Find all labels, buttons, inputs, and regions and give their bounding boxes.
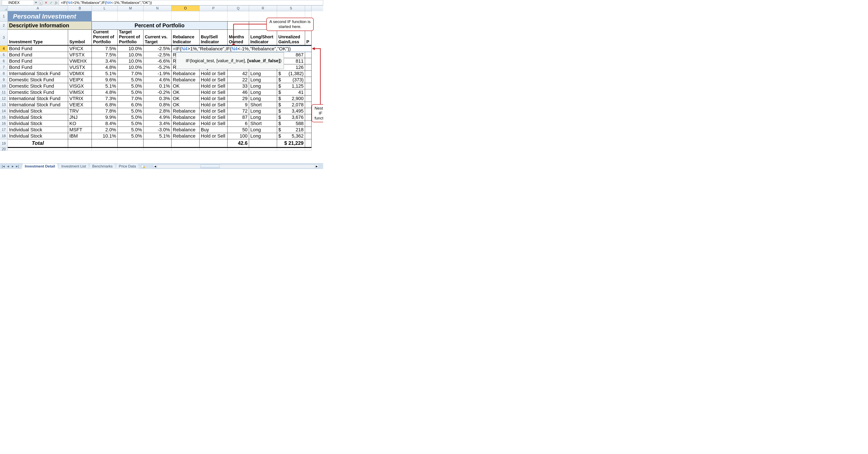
scroll-right-icon[interactable]: ▸: [315, 165, 319, 168]
sheet-tab[interactable]: Price Data: [116, 164, 139, 169]
cell-S20[interactable]: [277, 148, 305, 151]
cell-diff[interactable]: 5.1%: [144, 133, 172, 139]
cell-target-pct[interactable]: 5.0%: [118, 77, 144, 83]
row-header-12[interactable]: 12: [0, 96, 8, 102]
cell-current-pct[interactable]: 9.6%: [92, 77, 118, 83]
cell-unrealized[interactable]: $2,078: [277, 102, 305, 108]
cell-extra[interactable]: [305, 89, 312, 96]
cell-unrealized[interactable]: $2,900: [277, 96, 305, 102]
cell-current-pct[interactable]: 4.8%: [92, 89, 118, 96]
sheet-tab[interactable]: Benchmarks: [89, 164, 116, 169]
cell-months[interactable]: 33: [227, 83, 249, 89]
tab-nav-next-icon[interactable]: ▸: [10, 164, 15, 168]
row-header-3[interactable]: 3: [0, 30, 8, 46]
cell-diff[interactable]: 4.6%: [144, 77, 172, 83]
cell-rebalance[interactable]: OK: [172, 102, 199, 108]
cell-rebalance[interactable]: Rebalance: [172, 71, 199, 77]
cell-extra[interactable]: [305, 58, 312, 64]
row-header-10[interactable]: 10: [0, 83, 8, 89]
cell-Q2[interactable]: [227, 22, 249, 30]
cell-T20[interactable]: [305, 148, 312, 151]
col-header-L[interactable]: L: [92, 6, 118, 11]
cell-rebalance[interactable]: OK: [172, 89, 199, 96]
total-M[interactable]: [118, 139, 144, 148]
cell-diff[interactable]: -5.2%: [144, 64, 172, 71]
cell-diff[interactable]: 0.3%: [144, 96, 172, 102]
col-header-M[interactable]: M: [118, 6, 144, 11]
cell-months[interactable]: 9: [227, 102, 249, 108]
cell-symbol[interactable]: VWEHX: [68, 58, 92, 64]
cell-current-pct[interactable]: 10.1%: [92, 133, 118, 139]
cell-months[interactable]: 42: [227, 71, 249, 77]
cell-buy-sell[interactable]: Hold or Sell: [199, 102, 227, 108]
cell-diff[interactable]: -3.0%: [144, 127, 172, 133]
row-header-17[interactable]: 17: [0, 127, 8, 133]
cell-target-pct[interactable]: 6.0%: [118, 102, 144, 108]
tab-nav-prev-icon[interactable]: ◂: [6, 164, 10, 168]
cell-months[interactable]: 46: [227, 89, 249, 96]
cell-target-pct[interactable]: 5.0%: [118, 114, 144, 121]
cell-extra[interactable]: [305, 114, 312, 121]
cell-unrealized[interactable]: $5,362: [277, 133, 305, 139]
cell-edit-overlay[interactable]: =IF(N4>1%,"Rebalance",IF(N4<-1%,"Rebalan…: [172, 46, 312, 52]
cell-months[interactable]: 100: [227, 133, 249, 139]
cell-current-pct[interactable]: 6.8%: [92, 102, 118, 108]
cell-symbol[interactable]: MSFT: [68, 127, 92, 133]
row-header-16[interactable]: 16: [0, 121, 8, 127]
cell-type[interactable]: International Stock Fund: [8, 102, 68, 108]
cell-rebalance[interactable]: Rebalance: [172, 121, 199, 127]
cell-type[interactable]: Individual Stock: [8, 114, 68, 121]
cell-unrealized[interactable]: $3,495: [277, 108, 305, 114]
cell-long-short[interactable]: Long: [249, 83, 277, 89]
cell-L1[interactable]: [92, 11, 118, 22]
cell-symbol[interactable]: VDMIX: [68, 71, 92, 77]
cell-current-pct[interactable]: 5.1%: [92, 83, 118, 89]
cell-buy-sell[interactable]: Hold or Sell: [199, 114, 227, 121]
fx-icon[interactable]: fx: [54, 0, 59, 5]
cell-long-short[interactable]: Long: [249, 127, 277, 133]
cell-extra[interactable]: [305, 64, 312, 71]
cell-long-short[interactable]: Long: [249, 89, 277, 96]
cell-long-short[interactable]: Long: [249, 133, 277, 139]
cancel-icon[interactable]: ✕: [43, 0, 49, 5]
cell-unrealized[interactable]: $588: [277, 121, 305, 127]
cell-diff[interactable]: 4.9%: [144, 114, 172, 121]
total-L[interactable]: [92, 139, 118, 148]
cell-extra[interactable]: [305, 133, 312, 139]
col-header-A[interactable]: A: [8, 6, 68, 11]
cell-extra[interactable]: [305, 127, 312, 133]
cell-target-pct[interactable]: 5.0%: [118, 108, 144, 114]
cell-type[interactable]: Individual Stock: [8, 133, 68, 139]
cell-symbol[interactable]: VUSTX: [68, 64, 92, 71]
scroll-thumb[interactable]: [200, 165, 220, 168]
col-header-S[interactable]: S: [277, 6, 305, 11]
cell-symbol[interactable]: VIMSX: [68, 89, 92, 96]
row-header-7[interactable]: 7: [0, 64, 8, 71]
cell-buy-sell[interactable]: Hold or Sell: [199, 108, 227, 114]
cell-current-pct[interactable]: 8.4%: [92, 121, 118, 127]
cell-current-pct[interactable]: 9.9%: [92, 114, 118, 121]
cell-long-short[interactable]: Long: [249, 77, 277, 83]
cell-buy-sell[interactable]: Hold or Sell: [199, 121, 227, 127]
tab-nav-first-icon[interactable]: |◂: [1, 164, 6, 168]
sheet-tab[interactable]: Investment Detail: [22, 164, 58, 169]
cell-target-pct[interactable]: 5.0%: [118, 133, 144, 139]
cell-diff[interactable]: -1.9%: [144, 71, 172, 77]
name-box-dropdown[interactable]: [34, 2, 38, 4]
cell-target-pct[interactable]: 5.0%: [118, 127, 144, 133]
select-all-corner[interactable]: [0, 6, 8, 11]
cell-current-pct[interactable]: 7.5%: [92, 52, 118, 58]
cell-long-short[interactable]: Long: [249, 96, 277, 102]
cell-symbol[interactable]: JNJ: [68, 114, 92, 121]
col-header-N[interactable]: N: [144, 6, 172, 11]
cell-unrealized[interactable]: $(373): [277, 77, 305, 83]
cell-extra[interactable]: [305, 77, 312, 83]
cell-buy-sell[interactable]: Hold or Sell: [199, 133, 227, 139]
cell-current-pct[interactable]: 2.0%: [92, 127, 118, 133]
cell-type[interactable]: Bond Fund: [8, 52, 68, 58]
total-B[interactable]: [68, 139, 92, 148]
cell-type[interactable]: Individual Stock: [8, 121, 68, 127]
col-header-R[interactable]: R: [249, 6, 277, 11]
cell-type[interactable]: Bond Fund: [8, 46, 68, 52]
cell-rebalance[interactable]: Rebalance: [172, 77, 199, 83]
